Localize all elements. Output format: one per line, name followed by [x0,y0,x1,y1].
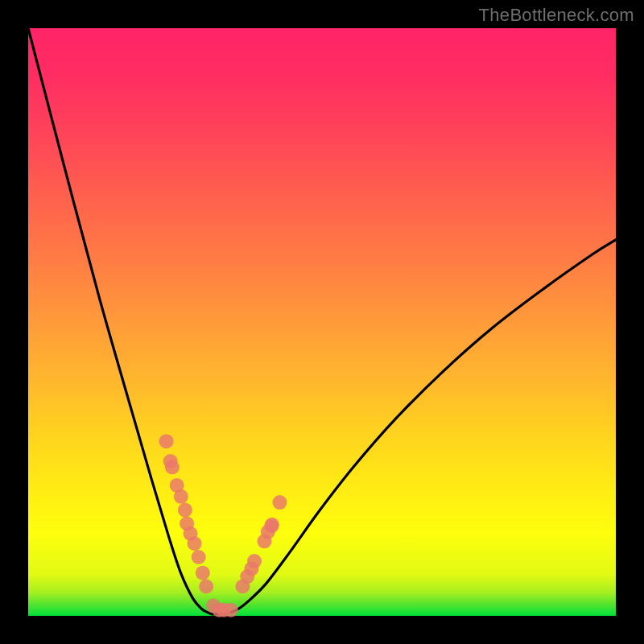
chart-frame: TheBottleneck.com [0,0,644,644]
highlight-point [192,550,206,564]
plot-area [28,28,616,616]
highlight-point [272,495,287,510]
highlight-point [265,518,279,532]
highlight-point [174,489,188,504]
highlight-point [178,503,192,518]
highlight-point [159,434,174,448]
highlight-point [199,580,213,594]
highlight-point [196,566,210,580]
highlight-point [224,603,238,617]
bottleneck-curve [28,28,616,614]
highlight-point [165,460,180,474]
highlight-point [188,536,202,551]
curve-svg [28,28,616,616]
watermark-text: TheBottleneck.com [479,5,634,26]
marker-cluster [159,434,287,617]
highlight-point [247,554,262,568]
